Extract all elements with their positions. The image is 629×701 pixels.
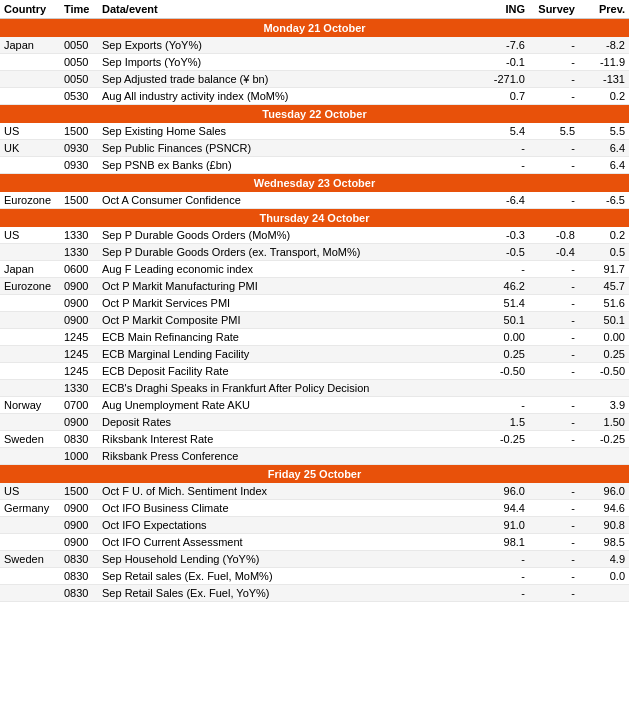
cell-time: 0900 [60, 517, 98, 534]
cell-survey: - [529, 397, 579, 414]
cell-country: Sweden [0, 551, 60, 568]
table-row: 1000Riksbank Press Conference [0, 448, 629, 465]
table-row: 0900Oct P Markit Composite PMI50.1-50.1 [0, 312, 629, 329]
section-header-row: Wednesday 23 October [0, 174, 629, 193]
table-row: 1330Sep P Durable Goods Orders (ex. Tran… [0, 244, 629, 261]
table-header-row: Country Time Data/event ING Survey Prev. [0, 0, 629, 19]
cell-ing: - [474, 551, 529, 568]
cell-event: ECB Marginal Lending Facility [98, 346, 474, 363]
section-header-row: Thursday 24 October [0, 209, 629, 228]
cell-time: 0930 [60, 140, 98, 157]
cell-event: Sep Exports (YoY%) [98, 37, 474, 54]
cell-ing: - [474, 157, 529, 174]
cell-time: 0700 [60, 397, 98, 414]
economic-calendar-table: Country Time Data/event ING Survey Prev.… [0, 0, 629, 602]
cell-time: 0900 [60, 534, 98, 551]
cell-time: 0050 [60, 37, 98, 54]
cell-time: 1245 [60, 329, 98, 346]
cell-country [0, 312, 60, 329]
cell-event: Oct A Consumer Confidence [98, 192, 474, 209]
cell-country [0, 88, 60, 105]
cell-time: 1500 [60, 192, 98, 209]
cell-event: Deposit Rates [98, 414, 474, 431]
cell-survey [529, 380, 579, 397]
table-row: 1245ECB Deposit Facility Rate-0.50--0.50 [0, 363, 629, 380]
cell-country: US [0, 123, 60, 140]
cell-time: 0900 [60, 278, 98, 295]
table-row: 0050Sep Adjusted trade balance (¥ bn)-27… [0, 71, 629, 88]
section-header-row: Monday 21 October [0, 19, 629, 38]
table-row: Sweden0830Sep Household Lending (YoY%)--… [0, 551, 629, 568]
cell-survey: 5.5 [529, 123, 579, 140]
cell-prev: 0.2 [579, 227, 629, 244]
cell-time: 0900 [60, 414, 98, 431]
cell-survey: - [529, 551, 579, 568]
cell-time: 1330 [60, 227, 98, 244]
cell-event: ECB Deposit Facility Rate [98, 363, 474, 380]
header-country: Country [0, 0, 60, 19]
cell-ing: - [474, 585, 529, 602]
cell-country [0, 363, 60, 380]
cell-time: 1330 [60, 380, 98, 397]
table-row: Eurozone0900Oct P Markit Manufacturing P… [0, 278, 629, 295]
header-event: Data/event [98, 0, 474, 19]
header-prev: Prev. [579, 0, 629, 19]
cell-country [0, 244, 60, 261]
cell-event: ECB's Draghi Speaks in Frankfurt After P… [98, 380, 474, 397]
cell-prev: 51.6 [579, 295, 629, 312]
table-row: UK0930Sep Public Finances (PSNCR)--6.4 [0, 140, 629, 157]
cell-prev: 50.1 [579, 312, 629, 329]
section-header-row: Tuesday 22 October [0, 105, 629, 124]
cell-prev: 1.50 [579, 414, 629, 431]
section-title: Friday 25 October [0, 465, 629, 484]
cell-survey: - [529, 500, 579, 517]
cell-prev: -0.25 [579, 431, 629, 448]
section-title: Wednesday 23 October [0, 174, 629, 193]
cell-prev: -8.2 [579, 37, 629, 54]
table-row: 0900Oct IFO Expectations91.0-90.8 [0, 517, 629, 534]
cell-event: Aug Unemployment Rate AKU [98, 397, 474, 414]
cell-prev: 94.6 [579, 500, 629, 517]
section-title: Tuesday 22 October [0, 105, 629, 124]
cell-event: ECB Main Refinancing Rate [98, 329, 474, 346]
cell-event: Sep Adjusted trade balance (¥ bn) [98, 71, 474, 88]
cell-event: Sep P Durable Goods Orders (ex. Transpor… [98, 244, 474, 261]
table-row: US1330Sep P Durable Goods Orders (MoM%)-… [0, 227, 629, 244]
table-row: 1245ECB Main Refinancing Rate0.00-0.00 [0, 329, 629, 346]
cell-ing: 94.4 [474, 500, 529, 517]
cell-country [0, 295, 60, 312]
cell-survey [529, 448, 579, 465]
cell-survey: - [529, 37, 579, 54]
cell-survey: - [529, 329, 579, 346]
cell-ing: -0.3 [474, 227, 529, 244]
cell-event: Sep P Durable Goods Orders (MoM%) [98, 227, 474, 244]
cell-event: Sep Imports (YoY%) [98, 54, 474, 71]
cell-time: 0050 [60, 71, 98, 88]
cell-prev: 45.7 [579, 278, 629, 295]
cell-survey: - [529, 534, 579, 551]
cell-time: 0600 [60, 261, 98, 278]
cell-survey: - [529, 88, 579, 105]
cell-event: Aug All industry activity index (MoM%) [98, 88, 474, 105]
cell-survey: - [529, 71, 579, 88]
cell-prev: 6.4 [579, 140, 629, 157]
table-row: US1500Oct F U. of Mich. Sentiment Index9… [0, 483, 629, 500]
cell-prev: 0.00 [579, 329, 629, 346]
cell-country: US [0, 227, 60, 244]
cell-survey: - [529, 346, 579, 363]
cell-country: Japan [0, 37, 60, 54]
cell-country: Eurozone [0, 192, 60, 209]
section-title: Monday 21 October [0, 19, 629, 38]
cell-prev [579, 448, 629, 465]
cell-time: 1330 [60, 244, 98, 261]
cell-ing: -6.4 [474, 192, 529, 209]
cell-ing: 50.1 [474, 312, 529, 329]
cell-ing: -0.50 [474, 363, 529, 380]
cell-prev: 0.25 [579, 346, 629, 363]
cell-prev: 98.5 [579, 534, 629, 551]
table-row: 0050Sep Imports (YoY%)-0.1--11.9 [0, 54, 629, 71]
cell-survey: - [529, 414, 579, 431]
cell-time: 1245 [60, 363, 98, 380]
cell-ing: -0.5 [474, 244, 529, 261]
cell-prev [579, 380, 629, 397]
